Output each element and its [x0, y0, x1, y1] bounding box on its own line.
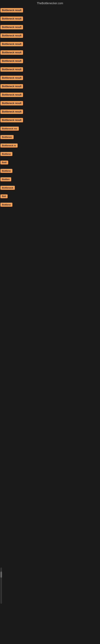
bottleneck-badge[interactable]: Bottleneck result — [0, 110, 23, 114]
result-row: Bottlenec — [0, 133, 100, 141]
bottleneck-badge[interactable]: Bottleneck result — [0, 67, 23, 72]
bottleneck-badge[interactable]: Bottleneck result — [0, 84, 23, 88]
site-header: TheBottlenecker.com — [0, 0, 100, 6]
bottleneck-badge[interactable]: Bottleneck result — [0, 118, 23, 122]
bottleneck-badge[interactable]: Bottleneck result — [0, 92, 23, 97]
bottleneck-badge[interactable]: Bottleneck result — [0, 42, 23, 46]
bottleneck-badge[interactable]: Bottlene — [0, 169, 12, 173]
bottleneck-badge[interactable]: Bottlene — [0, 203, 12, 207]
result-row: Bottlen — [0, 176, 100, 183]
result-row: Bottleneck result — [0, 82, 100, 90]
result-row: Bottleneck result — [0, 116, 100, 124]
bottleneck-badge[interactable]: Bottleneck re — [0, 144, 18, 148]
result-row: Bottleneck result — [0, 23, 100, 31]
results-container: Bottleneck resultBottleneck resultBottle… — [0, 6, 100, 208]
bottleneck-badge[interactable]: Bottleneck result — [0, 16, 23, 21]
scrollbar-thumb[interactable] — [0, 572, 2, 578]
result-row: Bottleneck result — [0, 40, 100, 48]
result-row: Bottleneck result — [0, 15, 100, 22]
bottleneck-badge[interactable]: Bottleneck result — [0, 34, 23, 38]
bottleneck-badge[interactable]: Bottlenec — [0, 135, 14, 139]
bottleneck-badge[interactable]: Bottleneck result — [0, 50, 23, 55]
result-row: Bottleneck — [0, 184, 100, 192]
result-row: Bottlene — [0, 167, 100, 175]
bottleneck-badge[interactable]: Bottleneck — [0, 186, 15, 190]
bottleneck-badge[interactable]: Bottleneck result — [0, 101, 23, 106]
result-row: Bottl — [0, 158, 100, 166]
result-row: Bottleneck re — [0, 142, 100, 149]
bottleneck-badge[interactable]: Bottl — [0, 160, 8, 164]
result-row: Bottleneck result — [0, 6, 100, 14]
bottleneck-badge[interactable]: Bottleneck result — [0, 76, 23, 80]
result-row: Bottleneck result — [0, 100, 100, 107]
result-row: Bottleneck result — [0, 57, 100, 65]
bottleneck-badge[interactable]: Bottleneck result — [0, 59, 23, 63]
bottleneck-badge[interactable]: Bottlene — [0, 152, 12, 156]
result-row: Bottlene — [0, 201, 100, 208]
result-row: Bottleneck result — [0, 49, 100, 56]
bottleneck-badge[interactable]: Bottleneck result — [0, 8, 23, 12]
bottleneck-badge[interactable]: Bottlen — [0, 177, 11, 181]
result-row: Bottleneck result — [0, 66, 100, 73]
result-row: Bott — [0, 192, 100, 200]
result-row: Bottleneck result — [0, 108, 100, 116]
bottleneck-badge[interactable]: Bottleneck result — [0, 25, 23, 30]
scrollbar-area[interactable] — [0, 568, 2, 604]
result-row: Bottleneck res — [0, 125, 100, 132]
result-row: Bottleneck result — [0, 91, 100, 98]
bottleneck-badge[interactable]: Bott — [0, 194, 8, 198]
result-row: Bottlene — [0, 150, 100, 158]
result-row: Bottleneck result — [0, 32, 100, 40]
bottleneck-badge[interactable]: Bottleneck res — [0, 126, 19, 130]
result-row: Bottleneck result — [0, 74, 100, 82]
